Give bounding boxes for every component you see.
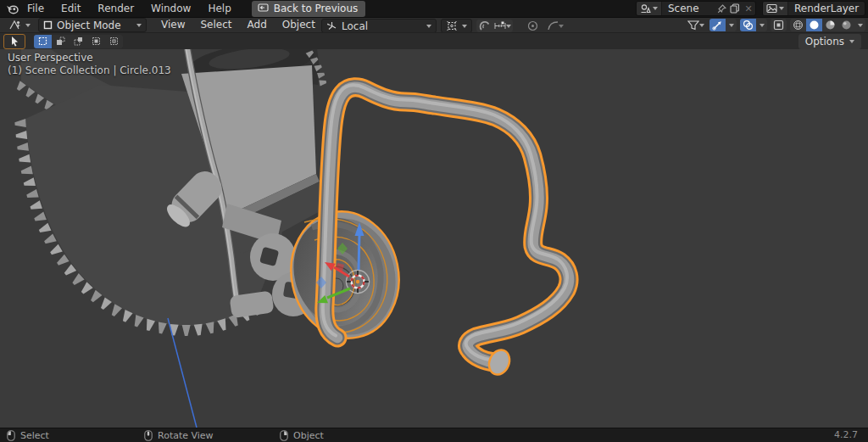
- rendered-sphere-icon: [841, 20, 852, 31]
- magnet-icon: [479, 20, 490, 31]
- options-dropdown[interactable]: Options: [798, 34, 861, 49]
- menu-render[interactable]: Render: [89, 0, 142, 17]
- proportional-falloff-dropdown[interactable]: [545, 20, 565, 32]
- editor-type-button[interactable]: [3, 18, 36, 32]
- select-mode-intersect-button[interactable]: [105, 35, 123, 48]
- select-mode-extend-button[interactable]: [52, 35, 70, 48]
- gizmo-arrow-icon: [712, 20, 723, 31]
- chevron-down-icon: [699, 24, 704, 27]
- gizmo-z-axis[interactable]: [359, 235, 359, 270]
- shading-group: [790, 19, 865, 31]
- menu-add[interactable]: Add: [240, 18, 275, 32]
- pin-icon[interactable]: [715, 2, 728, 15]
- menu-view[interactable]: View: [153, 18, 192, 32]
- chevron-down-icon: [136, 24, 142, 27]
- 3d-viewport-canvas[interactable]: [0, 49, 868, 428]
- options-label: Options: [805, 36, 844, 48]
- orientation-local-icon: [326, 21, 337, 31]
- chevron-down-icon: [462, 25, 467, 28]
- menu-select[interactable]: Select: [192, 18, 239, 32]
- active-tool-tweak-button[interactable]: [3, 34, 25, 49]
- object-mode-icon: [43, 20, 53, 30]
- new-view-layer-copy-icon[interactable]: [865, 2, 865, 15]
- status-hint-select: Select: [7, 428, 49, 442]
- middle-mouse-icon: [144, 430, 153, 441]
- scene-name[interactable]: Scene: [662, 3, 715, 14]
- mode-selector[interactable]: Object Mode: [38, 18, 147, 32]
- chevron-down-icon: [506, 25, 511, 28]
- editor-3d-viewport-icon: [8, 20, 21, 31]
- blender-version: 4.2.7: [834, 429, 858, 440]
- back-to-previous-label: Back to Previous: [274, 3, 359, 14]
- chevron-down-icon: [779, 7, 784, 10]
- status-hint-object: Object: [280, 428, 324, 442]
- scene-selector[interactable]: Scene ✕: [636, 1, 756, 16]
- shading-dropdown[interactable]: [854, 19, 865, 31]
- xray-icon: [773, 20, 784, 31]
- show-gizmo-toggle[interactable]: [709, 19, 726, 31]
- proportional-editing-toggle[interactable]: [525, 20, 541, 32]
- snap-magnet-toggle[interactable]: [476, 20, 492, 32]
- shading-material-button[interactable]: [822, 19, 838, 31]
- snap-group: [476, 20, 513, 32]
- select-mode-invert-button[interactable]: [87, 35, 105, 48]
- menu-help[interactable]: Help: [199, 0, 239, 17]
- overlays-icon: [743, 20, 754, 31]
- tool-settings-bar: Options: [0, 32, 868, 49]
- menu-object[interactable]: Object: [275, 18, 323, 32]
- status-hint-label: Select: [20, 430, 49, 441]
- shading-rendered-button[interactable]: [838, 19, 854, 31]
- gizmo-group: [709, 19, 737, 31]
- view-layer-selector[interactable]: RenderLayer ✕: [762, 1, 865, 16]
- topbar: File Edit Render Window Help Back to Pre…: [0, 0, 868, 17]
- menu-window[interactable]: Window: [142, 0, 199, 17]
- status-bar: Select Rotate View Object 4.2.7: [0, 428, 868, 442]
- chevron-down-icon: [559, 25, 564, 28]
- chevron-down-icon: [653, 7, 658, 10]
- scene-browse-button[interactable]: [637, 2, 662, 15]
- transform-orientation-label: Local: [342, 20, 422, 32]
- select-mode-group: [34, 35, 123, 48]
- snap-target-dropdown[interactable]: [492, 20, 513, 32]
- mode-selector-label: Object Mode: [57, 20, 132, 31]
- material-sphere-icon: [825, 20, 836, 31]
- pivot-point-icon: [446, 20, 458, 31]
- transform-snap-cluster: Local: [321, 19, 565, 33]
- status-hint-rotate-view: Rotate View: [144, 428, 214, 442]
- right-mouse-icon: [280, 430, 288, 441]
- falloff-curve-icon: [548, 21, 559, 31]
- select-extend-icon: [56, 36, 65, 46]
- new-scene-copy-icon[interactable]: [728, 2, 742, 15]
- select-invert-icon: [92, 36, 101, 46]
- overlays-dropdown[interactable]: [756, 19, 767, 31]
- view-perspective-label: User Perspective: [8, 52, 171, 64]
- blender-logo-icon: [6, 3, 19, 14]
- transform-orientation-selector[interactable]: Local: [321, 19, 437, 33]
- menu-file[interactable]: File: [19, 0, 53, 17]
- back-to-previous-button[interactable]: Back to Previous: [252, 1, 366, 17]
- pivot-point-dropdown[interactable]: [441, 19, 472, 33]
- status-hint-label: Object: [293, 430, 324, 441]
- snap-increment-icon: [494, 21, 506, 31]
- solid-sphere-icon: [809, 20, 820, 31]
- shading-wireframe-button[interactable]: [790, 19, 806, 31]
- scene-icon: [640, 3, 651, 14]
- show-overlays-toggle[interactable]: [740, 19, 756, 31]
- overlays-group: [740, 19, 767, 31]
- chevron-down-icon: [426, 25, 431, 28]
- object-visibility-dropdown[interactable]: [686, 19, 706, 31]
- menu-edit[interactable]: Edit: [53, 0, 89, 17]
- select-mode-subtract-button[interactable]: [70, 35, 87, 48]
- xray-toggle[interactable]: [771, 19, 787, 31]
- shading-solid-button[interactable]: [806, 19, 822, 31]
- view-layer-browse-button[interactable]: [763, 2, 788, 15]
- image-layer-icon: [766, 3, 777, 14]
- gizmo-dropdown[interactable]: [726, 19, 737, 31]
- view-layer-name[interactable]: RenderLayer: [788, 3, 865, 14]
- viewport-display-cluster: [686, 19, 865, 31]
- active-collection-label: (1) Scene Collection | Circle.013: [8, 64, 171, 77]
- topbar-right: Scene ✕: [636, 1, 865, 16]
- unlink-scene-close-icon[interactable]: ✕: [742, 2, 755, 15]
- select-mode-set-button[interactable]: [34, 35, 52, 48]
- blender-window: File Edit Render Window Help Back to Pre…: [0, 0, 868, 442]
